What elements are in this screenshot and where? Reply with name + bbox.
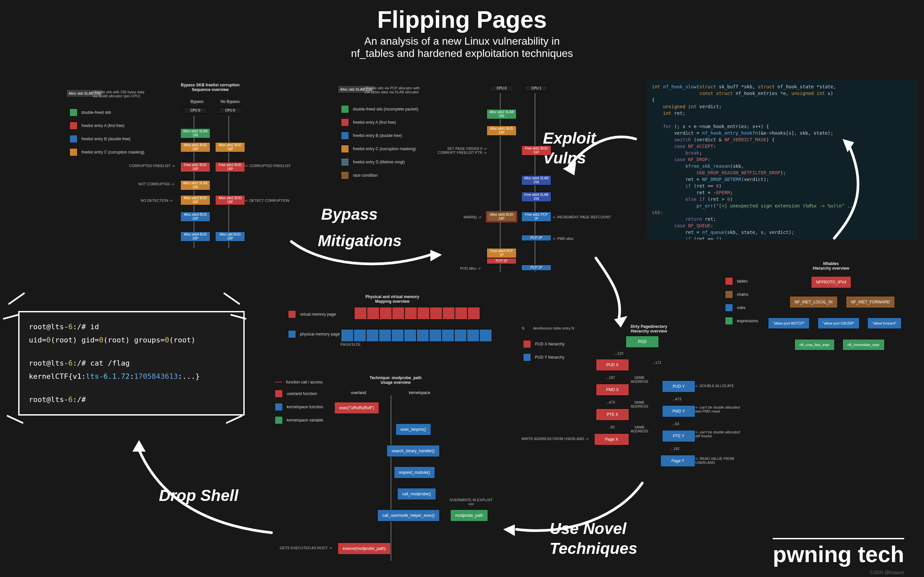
modprobe-title: Technique: modprobe_path Usage overview <box>361 376 430 385</box>
seqA-b7: Alloc skb3 BUD 16P <box>181 212 210 222</box>
nft-title: Nftables Hierarchy overview <box>808 261 854 271</box>
page-subtitle-2: nf_tables and hardened exploitation tech… <box>351 47 573 60</box>
pd-e182: ...182 <box>670 446 680 451</box>
pagedir-n: N <box>522 326 524 330</box>
pd-write: WRITE ADDRESS FROM USERLAND -> <box>522 437 589 441</box>
seqB-c1-3: Free skb1 PCP 1P <box>522 212 551 222</box>
seqA-ann1: CORRUPTED FREELIST -> <box>129 164 175 168</box>
seqA-b1: Alloc skb2 SLAB 256 <box>181 128 210 138</box>
pd-cantpmd: <- can't be double allocated bad PMD mas… <box>695 405 740 413</box>
nft-local: NF_INET_LOCAL_IN <box>790 296 838 308</box>
seqB-ann-pmd: <- PMD alloc <box>553 237 574 240</box>
pagedir-deref: dereference table entry N <box>533 326 574 330</box>
seqA-b5: Alloc skb2 BUD 16P <box>181 195 210 205</box>
pd-pagex: Page X <box>594 434 629 445</box>
mp-search: search_binary_handler() <box>387 445 439 457</box>
mp-request: request_module() <box>394 466 435 479</box>
seqB-ann-pud: PUD alloc -> <box>460 266 481 270</box>
modprobe-legend: function call / access userland function… <box>275 377 323 427</box>
page-title: Flipping Pages <box>351 6 573 33</box>
seqB-c1-4: PCP 1P <box>522 235 551 241</box>
seqA-ann3: NOT CORRUPTED -> <box>138 182 174 186</box>
brand: pwning tech <box>773 538 904 567</box>
nft-r3: "allow forward" <box>867 318 901 329</box>
pd-pmdx: PMD X <box>596 384 629 396</box>
seqA-legend-box-desc: allocate skb with 256 bytes data via SLA… <box>93 90 156 98</box>
pd-pagey: Page Y <box>661 455 695 467</box>
seqA-ann2: <- CORRUPTED FREELIST <box>245 164 291 168</box>
label-bypass: Bypass <box>321 205 378 223</box>
seqB-cpu0: CPU 0 <box>490 85 513 91</box>
seqB-ann-inc: <- INCREMENT PAGE REFCOUNT <box>553 215 611 219</box>
seqA-b2: Alloc skb1 BUD 16P <box>181 142 210 152</box>
pd-pudx: PUD X <box>596 359 629 371</box>
mem-physical-row <box>341 329 492 342</box>
seqA-ann5: <- DETECT CORRUPTION <box>245 198 289 203</box>
pd-double: <- DOUBLE ALLOCATE <box>695 384 734 388</box>
label-exploit: Exploit <box>543 129 596 147</box>
pagedir-title: Dirty Pagedirectory Hierarchy overview <box>619 324 678 334</box>
pd-same3: SAME ADDRESS <box>631 425 648 433</box>
code-panel: int nf_hook_slow(struct sk_buff *skb, st… <box>647 79 918 240</box>
nft-r2: "allow port 53/UDP" <box>818 318 859 329</box>
pd-same2: SAME ADDRESS <box>631 400 648 408</box>
nft-root: NFPROTO_IPV4 <box>811 276 851 288</box>
pd-e83: ...83 <box>607 425 614 429</box>
mp-binprm: exec_binprm() <box>396 424 431 435</box>
svg-marker-5 <box>430 250 442 261</box>
seqA-cpu0-b: CPU 0 <box>218 108 242 113</box>
seqA-col-nobypass: No Bypass <box>217 99 243 104</box>
seqB-ann-setorder: SET PAGE ORDER 0 -> CORRUPT FREELIST PTR… <box>430 147 487 155</box>
pd-same1: SAME ADDRESS <box>631 376 648 384</box>
seqB-c1-2: Free skb4 SLAB 256 <box>522 192 551 202</box>
pd-pgd: PGD <box>626 336 659 348</box>
svg-marker-3 <box>503 524 515 536</box>
seqA-n3: Alloc skb1 BUD 16P <box>215 195 245 205</box>
seqA-b3: Free skb1 BUD 16P <box>181 162 210 172</box>
label-techniques: Techniques <box>549 539 637 558</box>
seqA-col-bypass: Bypass <box>186 99 208 104</box>
seqA-title: Bypass SKB freelist corruption Sequence … <box>176 83 245 92</box>
seqB-legend: double-freed skb (incomplete packet) fre… <box>341 103 418 182</box>
pd-e473b: ...473 <box>672 397 681 401</box>
pd-e63: ...63 <box>672 422 679 426</box>
nft-r1: "allow port 80/TCP" <box>768 318 809 329</box>
pd-read: <- READ VALUE FROM USERLAND <box>695 456 734 464</box>
mp-call: call_modprobe() <box>397 488 436 500</box>
root-shell-terminal: root@lts-6:/# id uid=0(root) gid=0(root)… <box>18 311 245 416</box>
pd-e172: ...172 <box>652 361 661 364</box>
pd-pudy: PUD Y <box>662 380 695 392</box>
mp-exec: exec("\xff\xff\xff\xff") <box>334 402 379 414</box>
mem-virtual-row <box>354 307 480 319</box>
seqA-cpu0-a: CPU 0 <box>184 108 207 113</box>
label-use-novel: Use Novel <box>549 519 627 538</box>
pd-ptex: PTE X <box>596 409 629 421</box>
seqB-ann-warn: WARN() -> <box>464 215 481 219</box>
nft-e1: nft_cmp_fast_expr <box>795 339 835 350</box>
mem-pagesize: PAGESIZE <box>340 342 361 347</box>
seqB-c0-5: PCP 1P <box>487 258 517 264</box>
pd-e187: ...187 <box>606 376 615 379</box>
mp-helper: call_usermode_helper_exec() <box>377 509 439 521</box>
page-subtitle-1: An analysis of a new Linux vulnerability… <box>351 35 573 47</box>
seqA-n1: Alloc skb1 BUD 16P <box>215 142 245 152</box>
mp-overwrite: OVERWRITE IN EXPLOIT vvv <box>449 498 493 506</box>
seqA-n4: Alloc slj4 BUD 16P <box>215 232 245 242</box>
mp-execve: execve(modprobe_path) <box>338 543 391 554</box>
seqA-n2: Free skb1 BUD 16P <box>215 162 245 172</box>
seqB-c1-0: Free skb1 BUD 16P <box>522 145 551 155</box>
label-mitigations: Mitigations <box>318 232 402 250</box>
pagedir-legend: PUD X hierarchy PUD Y hierarchy <box>523 337 564 364</box>
mp-root: GETS EXECUTED AS ROOT -> <box>280 546 332 550</box>
seqB-cpu1: CPU 1 <box>525 85 548 91</box>
svg-marker-4 <box>132 440 146 451</box>
nft-legend: tables chains rules expressions <box>725 275 758 327</box>
watermark: CSDN @bsauce <box>870 570 904 575</box>
nft-e2: nft_immediate_expr <box>843 339 885 350</box>
seqB-c1-5: PCP 1P <box>522 265 551 271</box>
seqA-ann4: NO DETECTION -> <box>141 198 173 203</box>
seqA-legend: double-freed skb freelist entry A (first… <box>69 106 144 159</box>
mp-modpath: modprobe_path <box>450 509 488 521</box>
seqB-c0-0: Alloc skb2 SLAB 256 <box>487 109 517 119</box>
label-drop-shell: Drop Shell <box>159 486 238 504</box>
